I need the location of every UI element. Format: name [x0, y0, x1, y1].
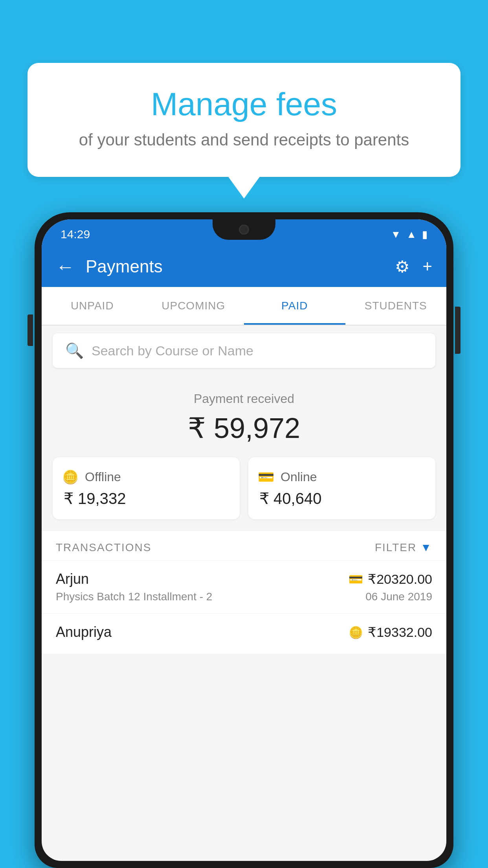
offline-amount: ₹ 19,332 [62, 489, 230, 508]
filter-icon: ▼ [420, 541, 432, 554]
app-bar-actions: ⚙ + [395, 257, 432, 276]
payment-cards: 🪙 Offline ₹ 19,332 💳 Online ₹ 40,640 [53, 457, 435, 519]
tab-unpaid[interactable]: UNPAID [42, 287, 143, 325]
camera [239, 224, 249, 235]
payment-summary: Payment received ₹ 59,972 🪙 Offline ₹ 19… [42, 376, 446, 531]
online-icon: 💳 [258, 469, 274, 485]
cash-payment-icon: 🪙 [349, 625, 363, 639]
transaction-name: Arjun [56, 571, 89, 587]
transaction-top: Anupriya 🪙 ₹19332.00 [56, 624, 432, 640]
speech-bubble: Manage fees of your students and send re… [28, 63, 460, 177]
online-label: Online [281, 470, 317, 484]
transaction-top: Arjun 💳 ₹20320.00 [56, 571, 432, 587]
status-icons: ▼ ▲ ▮ [391, 228, 427, 241]
transaction-course: Physics Batch 12 Installment - 2 [56, 590, 212, 603]
battery-icon: ▮ [422, 228, 427, 241]
offline-card-header: 🪙 Offline [62, 469, 230, 485]
transaction-row[interactable]: Arjun 💳 ₹20320.00 Physics Batch 12 Insta… [42, 560, 446, 613]
app-bar-title: Payments [86, 257, 384, 276]
tab-paid[interactable]: PAID [244, 287, 345, 325]
search-container: 🔍 Search by Course or Name [42, 326, 446, 376]
transactions-label: TRANSACTIONS [56, 541, 151, 554]
gear-icon[interactable]: ⚙ [395, 257, 410, 276]
offline-label: Offline [85, 470, 121, 484]
online-card: 💳 Online ₹ 40,640 [248, 457, 435, 519]
offline-icon: 🪙 [62, 469, 79, 485]
bubble-title: Manage fees [59, 86, 429, 122]
wifi-icon: ▼ [391, 228, 401, 241]
search-input[interactable]: Search by Course or Name [92, 343, 253, 359]
transaction-row[interactable]: Anupriya 🪙 ₹19332.00 [42, 613, 446, 654]
filter-button[interactable]: FILTER ▼ [375, 541, 432, 554]
card-payment-icon: 💳 [349, 572, 363, 586]
transaction-amount: ₹19332.00 [368, 624, 432, 640]
online-card-header: 💳 Online [258, 469, 426, 485]
app-bar: ← Payments ⚙ + [42, 246, 446, 287]
notch [213, 219, 275, 240]
payment-total-amount: ₹ 59,972 [53, 412, 435, 445]
signal-icon: ▲ [406, 228, 416, 241]
back-button[interactable]: ← [56, 256, 75, 278]
transaction-bottom: Physics Batch 12 Installment - 2 06 June… [56, 590, 432, 603]
transaction-amount: ₹20320.00 [368, 571, 432, 587]
tab-upcoming[interactable]: UPCOMING [143, 287, 244, 325]
online-amount: ₹ 40,640 [258, 489, 426, 508]
transaction-date: 06 June 2019 [365, 590, 432, 603]
offline-card: 🪙 Offline ₹ 19,332 [53, 457, 240, 519]
speech-bubble-container: Manage fees of your students and send re… [28, 63, 460, 177]
transaction-amount-wrap: 🪙 ₹19332.00 [349, 624, 432, 640]
status-time: 14:29 [61, 228, 90, 241]
power-button [455, 307, 460, 354]
tabs: UNPAID UPCOMING PAID STUDENTS [42, 287, 446, 326]
transaction-amount-wrap: 💳 ₹20320.00 [349, 571, 432, 587]
phone-screen: 14:29 ▼ ▲ ▮ ← Payments ⚙ + UNPAID UPCOMI… [42, 219, 446, 861]
filter-label: FILTER [375, 541, 416, 554]
payment-received-label: Payment received [53, 392, 435, 406]
tab-students[interactable]: STUDENTS [345, 287, 447, 325]
phone-frame: 14:29 ▼ ▲ ▮ ← Payments ⚙ + UNPAID UPCOMI… [35, 212, 453, 868]
volume-button [28, 314, 33, 346]
search-icon: 🔍 [65, 342, 84, 359]
search-bar[interactable]: 🔍 Search by Course or Name [53, 333, 435, 368]
transactions-header: TRANSACTIONS FILTER ▼ [42, 531, 446, 560]
bubble-subtitle: of your students and send receipts to pa… [59, 131, 429, 149]
transaction-name: Anupriya [56, 624, 112, 640]
add-button[interactable]: + [422, 257, 432, 276]
